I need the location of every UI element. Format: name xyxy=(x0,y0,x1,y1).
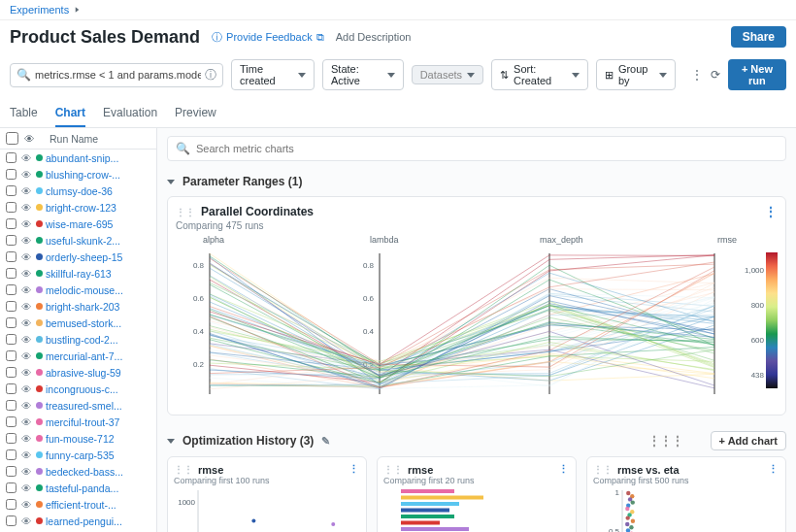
visibility-toggle-icon[interactable]: 👁 xyxy=(19,466,33,478)
run-row[interactable]: 👁 tasteful-panda... xyxy=(0,480,156,496)
run-row[interactable]: 👁 bedecked-bass... xyxy=(0,463,156,480)
drag-handle-icon[interactable]: ⋮⋮ xyxy=(383,464,403,475)
add-chart-button[interactable]: + Add chart xyxy=(711,431,786,450)
run-checkbox[interactable] xyxy=(6,202,17,213)
run-checkbox[interactable] xyxy=(6,367,17,378)
run-checkbox[interactable] xyxy=(6,185,17,196)
tab-preview[interactable]: Preview xyxy=(175,100,216,127)
visibility-toggle-icon[interactable]: 👁 xyxy=(19,449,33,461)
run-name-link[interactable]: blushing-crow-... xyxy=(46,169,120,181)
tab-evaluation[interactable]: Evaluation xyxy=(103,100,157,127)
run-row[interactable]: 👁 incongruous-c... xyxy=(0,381,156,397)
visibility-toggle-icon[interactable]: 👁 xyxy=(19,317,33,329)
run-checkbox[interactable] xyxy=(6,268,17,279)
provide-feedback-link[interactable]: ⓘ Provide Feedback ⧉ xyxy=(212,30,324,45)
run-checkbox[interactable] xyxy=(6,218,17,229)
run-name-link[interactable]: wise-mare-695 xyxy=(46,218,113,230)
run-row[interactable]: 👁 clumsy-doe-36 xyxy=(0,183,156,199)
run-name-link[interactable]: learned-pengui... xyxy=(46,515,122,527)
tab-table[interactable]: Table xyxy=(10,100,38,127)
run-checkbox[interactable] xyxy=(6,482,17,493)
visibility-toggle-icon[interactable]: 👁 xyxy=(19,515,33,527)
datasets-filter[interactable]: Datasets xyxy=(412,65,483,84)
run-name-link[interactable]: treasured-smel... xyxy=(46,400,122,412)
edit-icon[interactable]: ✎ xyxy=(321,435,330,448)
run-checkbox[interactable] xyxy=(6,334,17,345)
run-name-link[interactable]: mercurial-ant-7... xyxy=(46,350,122,362)
run-name-link[interactable]: orderly-sheep-15 xyxy=(46,251,122,263)
run-checkbox[interactable] xyxy=(6,169,17,180)
run-name-link[interactable]: bedecked-bass... xyxy=(46,466,123,478)
visibility-toggle-icon[interactable]: 👁 xyxy=(19,251,33,263)
run-name-link[interactable]: clumsy-doe-36 xyxy=(46,185,113,197)
run-checkbox[interactable] xyxy=(6,284,17,295)
visibility-toggle-icon[interactable]: 👁 xyxy=(19,367,33,379)
run-checkbox[interactable] xyxy=(6,235,17,246)
run-row[interactable]: 👁 abundant-snip... xyxy=(0,150,156,166)
sort-filter[interactable]: ⇅ Sort: Created xyxy=(491,59,588,90)
visibility-toggle-icon[interactable]: 👁 xyxy=(19,152,33,164)
run-name-link[interactable]: bemused-stork... xyxy=(46,317,121,329)
run-checkbox[interactable] xyxy=(6,350,17,361)
run-row[interactable]: 👁 useful-skunk-2... xyxy=(0,232,156,249)
visibility-toggle-icon[interactable]: 👁 xyxy=(19,301,33,313)
visibility-toggle-icon[interactable]: 👁 xyxy=(19,383,33,395)
select-all-checkbox[interactable] xyxy=(6,132,18,145)
run-checkbox[interactable] xyxy=(6,301,17,312)
run-checkbox[interactable] xyxy=(6,515,17,526)
kebab-menu-icon[interactable]: ⋮ xyxy=(691,68,703,82)
run-row[interactable]: 👁 bright-crow-123 xyxy=(0,199,156,216)
run-name-link[interactable]: abundant-snip... xyxy=(46,152,118,164)
run-row[interactable]: 👁 bright-shark-203 xyxy=(0,298,156,315)
visibility-toggle-icon[interactable]: 👁 xyxy=(19,284,33,296)
run-checkbox[interactable] xyxy=(6,466,17,477)
run-row[interactable]: 👁 orderly-sheep-15 xyxy=(0,249,156,265)
drag-handle-icon[interactable]: ⋮⋮ xyxy=(174,464,193,475)
card-menu-icon[interactable]: ⋮ xyxy=(348,463,360,476)
visibility-toggle-icon[interactable]: 👁 xyxy=(19,334,33,346)
run-name-link[interactable]: funny-carp-535 xyxy=(46,449,115,461)
card-menu-icon[interactable]: ⋮ xyxy=(558,463,570,476)
run-checkbox[interactable] xyxy=(6,499,17,510)
visibility-toggle-icon[interactable]: 👁 xyxy=(19,499,33,511)
run-name-link[interactable]: bustling-cod-2... xyxy=(46,334,118,346)
visibility-toggle-icon[interactable]: 👁 xyxy=(19,235,33,247)
card-menu-icon[interactable]: ⋮ xyxy=(768,463,779,476)
run-row[interactable]: 👁 abrasive-slug-59 xyxy=(0,364,156,381)
run-name-link[interactable]: fun-mouse-712 xyxy=(46,433,115,445)
run-name-link[interactable]: bright-shark-203 xyxy=(46,301,119,313)
run-checkbox[interactable] xyxy=(6,433,17,444)
visibility-toggle-icon[interactable]: 👁 xyxy=(19,482,33,494)
new-run-button[interactable]: + New run xyxy=(728,59,786,90)
run-row[interactable]: 👁 bemused-stork... xyxy=(0,315,156,331)
visibility-toggle-icon[interactable]: 👁 xyxy=(19,268,33,280)
run-name-link[interactable]: merciful-trout-37 xyxy=(46,416,119,428)
run-checkbox[interactable] xyxy=(6,152,17,163)
state-filter[interactable]: State: Active xyxy=(322,59,404,90)
card-menu-icon[interactable]: ⋮ xyxy=(765,205,778,218)
run-checkbox[interactable] xyxy=(6,317,17,328)
refresh-icon[interactable]: ⟳ xyxy=(711,68,720,82)
run-row[interactable]: 👁 learned-pengui... xyxy=(0,513,156,529)
visibility-toggle-icon[interactable]: 👁 xyxy=(19,400,33,412)
run-row[interactable]: 👁 blushing-crow-... xyxy=(0,166,156,183)
visibility-toggle-icon[interactable]: 👁 xyxy=(19,218,33,230)
run-name-link[interactable]: tasteful-panda... xyxy=(46,482,118,494)
tab-chart[interactable]: Chart xyxy=(55,100,85,127)
run-checkbox[interactable] xyxy=(6,416,17,427)
run-row[interactable]: 👁 efficient-trout-... xyxy=(0,496,156,513)
run-row[interactable]: 👁 mercurial-ant-7... xyxy=(0,348,156,364)
run-row[interactable]: 👁 treasured-smel... xyxy=(0,397,156,414)
run-row[interactable]: 👁 skillful-ray-613 xyxy=(0,265,156,282)
chevron-down-icon[interactable] xyxy=(167,180,175,184)
run-name-link[interactable]: useful-skunk-2... xyxy=(46,235,120,247)
run-name-link[interactable]: bright-crow-123 xyxy=(46,202,116,214)
chevron-down-icon[interactable] xyxy=(167,439,175,444)
run-checkbox[interactable] xyxy=(6,449,17,460)
run-name-link[interactable]: incongruous-c... xyxy=(46,383,118,395)
run-row[interactable]: 👁 funny-carp-535 xyxy=(0,447,156,463)
visibility-toggle-icon[interactable]: 👁 xyxy=(19,416,33,428)
group-by-filter[interactable]: ⊞ Group by xyxy=(596,59,676,90)
run-checkbox[interactable] xyxy=(6,251,17,262)
run-row[interactable]: 👁 wise-mare-695 xyxy=(0,216,156,232)
